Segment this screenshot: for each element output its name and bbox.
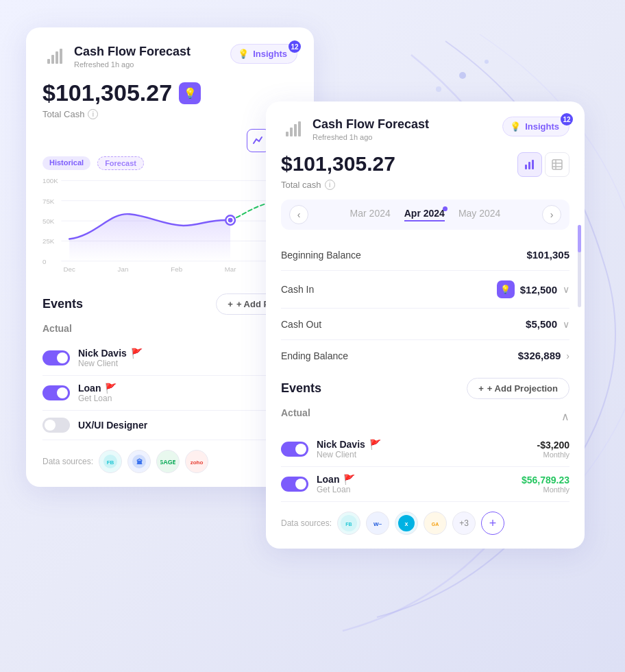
front-loan-freq: Monthly	[522, 485, 569, 494]
month-next-btn[interactable]: ›	[542, 205, 561, 224]
front-source-freshbooks: FB	[337, 512, 360, 535]
view-switch	[517, 152, 569, 177]
svg-text:75K: 75K	[42, 197, 55, 205]
back-event-designer: UX/UI Designer	[42, 411, 297, 440]
balance-row-cashin: Cash In 💡 $12,500 ∨	[281, 271, 569, 309]
svg-text:100K: 100K	[42, 177, 58, 184]
svg-point-22	[228, 218, 233, 223]
front-source-ga: GA	[424, 512, 447, 535]
svg-text:Jan: Jan	[118, 265, 129, 273]
front-event-loan: Loan 🚩 Get Loan $56,789.23 Monthly	[281, 467, 569, 502]
back-events-header: Events + + Add Pro...	[42, 293, 297, 315]
front-event-loan-sub: Get Loan	[317, 485, 513, 494]
back-toggle-nick[interactable]	[42, 350, 70, 365]
back-insights-label: Insights	[253, 49, 287, 59]
back-events-title: Events	[42, 297, 83, 311]
back-event-designer-name: UX/UI Designer	[78, 420, 297, 431]
back-info-icon[interactable]: i	[88, 109, 98, 119]
front-nick-freq: Monthly	[537, 451, 569, 459]
plus-icon: +	[228, 299, 233, 309]
scroll-bar-thumb	[578, 225, 581, 252]
view-btn-table[interactable]	[545, 152, 569, 177]
cashout-chevron[interactable]: ∨	[563, 319, 569, 330]
scroll-bar[interactable]	[578, 225, 581, 307]
back-insights-count: 12	[289, 40, 301, 53]
svg-text:FB: FB	[345, 522, 352, 527]
svg-text:0: 0	[42, 258, 47, 265]
front-source-add[interactable]: +	[481, 512, 504, 535]
back-card-header: Cash Flow Forecast Refreshed 1h ago 💡 In…	[42, 44, 297, 69]
svg-text:🏛: 🏛	[136, 458, 143, 466]
back-data-sources-label: Data sources:	[42, 457, 93, 466]
cashin-icon: 💡	[497, 280, 515, 298]
back-card-subtitle: Refreshed 1h ago	[74, 60, 191, 69]
front-nick-amount: -$3,200	[537, 440, 569, 451]
front-card-header: Cash Flow Forecast Refreshed 1h ago 💡 In…	[281, 117, 569, 141]
front-loan-amount: $56,789.23	[522, 475, 569, 485]
back-event-nick: Nick Davis 🚩 New Client	[42, 341, 297, 376]
cashin-label: Cash In	[281, 284, 314, 295]
ending-balance-label: Ending Balance	[281, 350, 348, 361]
front-toggle-loan[interactable]	[281, 477, 308, 492]
back-amount-icon-btn[interactable]: 💡	[179, 82, 201, 104]
balance-row-cashout: Cash Out $5,500 ∨	[281, 309, 569, 340]
back-insights-badge[interactable]: 💡 Insights 12	[230, 44, 297, 64]
front-event-loan-info: Loan 🚩 Get Loan	[317, 474, 513, 494]
svg-rect-5	[56, 51, 58, 64]
balance-row-beginning: Beginning Balance $101,305	[281, 239, 569, 271]
svg-rect-3	[47, 59, 50, 64]
svg-text:W~: W~	[373, 521, 382, 527]
front-bulb-icon: 💡	[510, 121, 521, 132]
ending-balance-chevron[interactable]: ›	[566, 350, 569, 361]
front-insights-badge[interactable]: 💡 Insights 12	[502, 117, 569, 136]
month-prev-btn[interactable]: ‹	[289, 205, 308, 224]
cashout-value-block: $5,500 ∨	[526, 318, 569, 330]
balance-rows: Beginning Balance $101,305 Cash In 💡 $12…	[281, 239, 569, 371]
back-actual-label: Actual	[42, 323, 297, 334]
svg-rect-35	[294, 124, 297, 136]
back-toggle-loan[interactable]	[42, 385, 70, 400]
back-source-zoho: zoho	[185, 450, 208, 473]
back-card-header-left: Cash Flow Forecast Refreshed 1h ago	[42, 44, 191, 69]
ending-balance-value-block: $326,889 ›	[518, 350, 569, 361]
cashin-value: $12,500	[520, 284, 557, 296]
month-may[interactable]: May 2024	[458, 208, 500, 221]
front-toggle-nick[interactable]	[281, 442, 308, 457]
front-cashflow-icon	[281, 117, 306, 141]
back-event-nick-info: Nick Davis 🚩 New Client	[78, 348, 297, 368]
front-total-cash-label: Total cash i	[281, 180, 569, 190]
collapse-actual-btn[interactable]: ∧	[561, 410, 569, 423]
front-data-sources: Data sources: FB W~ x GA +3 +	[281, 512, 569, 535]
add-projection-btn[interactable]: + + Add Projection	[467, 378, 569, 399]
cashout-value: $5,500	[526, 318, 557, 330]
line-chart-svg: 100K 75K 50K 25K 0	[42, 174, 297, 274]
front-source-xero: x	[395, 512, 418, 535]
back-event-loan-name: Loan 🚩	[78, 383, 284, 394]
front-source-more[interactable]: +3	[452, 512, 476, 535]
svg-text:x: x	[405, 520, 408, 527]
svg-text:SAGE: SAGE	[160, 459, 175, 466]
beginning-balance-value-block: $101,305	[526, 249, 569, 261]
front-card-header-left: Cash Flow Forecast Refreshed 1h ago	[281, 117, 429, 141]
front-event-nick-name: Nick Davis 🚩	[317, 439, 529, 450]
front-flag-loan: 🚩	[343, 474, 355, 485]
front-plus-icon: +	[478, 383, 484, 394]
front-info-icon[interactable]: i	[325, 180, 335, 190]
svg-text:GA: GA	[432, 522, 439, 527]
svg-rect-40	[552, 160, 562, 169]
front-loan-amount-block: $56,789.23 Monthly	[522, 475, 569, 494]
balance-row-ending: Ending Balance $326,889 ›	[281, 340, 569, 371]
front-event-nick-info: Nick Davis 🚩 New Client	[317, 439, 529, 459]
svg-rect-37	[525, 165, 527, 169]
front-events-title: Events	[281, 381, 321, 396]
month-apr[interactable]: Apr 2024	[404, 208, 445, 221]
cashin-chevron[interactable]: ∨	[563, 284, 569, 295]
flag-icon-loan: 🚩	[105, 383, 117, 394]
front-event-loan-name: Loan 🚩	[317, 474, 513, 485]
front-card-subtitle: Refreshed 1h ago	[312, 133, 429, 141]
svg-text:FB: FB	[107, 459, 114, 466]
month-mar[interactable]: Mar 2024	[350, 208, 391, 221]
view-btn-chart[interactable]	[517, 152, 542, 177]
back-event-nick-sub: New Client	[78, 359, 297, 368]
back-total-cash-label: Total Cash i	[42, 109, 297, 119]
